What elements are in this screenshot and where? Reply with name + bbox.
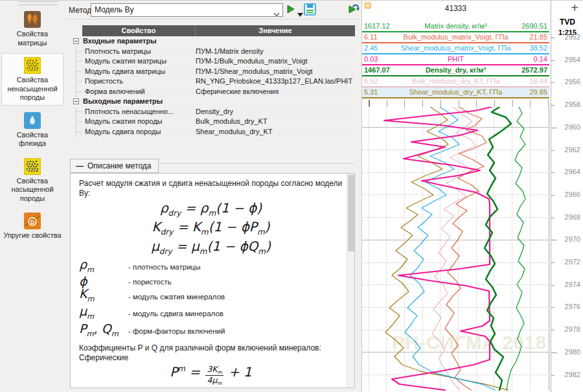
sidebar-item-label: Свойства матрицы — [3, 30, 62, 47]
sidebar-item-matrix-properties[interactable]: Свойства матрицы — [1, 7, 63, 51]
tree-line — [76, 71, 82, 72]
property-value: Сферические включения — [196, 87, 279, 97]
description-scrollbar[interactable] — [347, 174, 354, 387]
apply-to-plot-button[interactable] — [348, 3, 360, 17]
sidebar-item-elastic-properties[interactable]: DУпругие свойства — [1, 209, 63, 244]
definition-text: - форм-факторы включений — [128, 327, 225, 335]
property-name: Плотность ненасыщенно... — [85, 107, 174, 117]
curve-header-row[interactable]: 5.3129.85Shear_modulus_dry_KT, ГПа — [362, 87, 549, 98]
curve-header-row[interactable]: 6.1121.85Bulk_modulus_matrix_Voigt, ГПа — [362, 32, 549, 43]
depth-tick-mark — [551, 195, 554, 196]
saturated-rock-properties-icon — [24, 158, 41, 175]
definition-row: μm- модуль сдвига минералов — [79, 305, 343, 323]
collapse-group-icon[interactable] — [73, 38, 79, 44]
toolbar: Метод Модель By — [65, 1, 360, 19]
depth-tick-mark — [551, 375, 554, 376]
run-options-caret-icon[interactable] — [297, 8, 303, 19]
description-tab[interactable]: —Описание метода — [70, 159, 159, 173]
column-header-value: Значение — [196, 25, 355, 36]
curve-header-row[interactable]: 1467.072572.97Density_dry, кг/м³ — [362, 65, 549, 76]
property-table-body: Входные параметрыПлотность матрицыПУМ-1/… — [71, 36, 355, 137]
property-value: Bulk_modulus_dry_KT — [196, 117, 268, 127]
property-table: Свойство Значение Входные параметрыПлотн… — [71, 25, 355, 137]
table-row[interactable]: Плотность ненасыщенно...Density_dry — [71, 107, 355, 117]
table-row[interactable]: Модуль сдвига матрицыПУМ-1/Shear_modulus… — [71, 67, 355, 77]
depth-tick-mark — [551, 285, 554, 286]
curve-header-row[interactable]: 1617.122690.51Matrix density, кг/м³ — [362, 21, 549, 32]
method-combobox-value: Модель By — [95, 5, 133, 14]
sidebar-item-dry-rock-properties[interactable]: Свойства ненасыщенной породы — [1, 53, 63, 106]
depth-tick-mark — [551, 60, 554, 61]
ruler-tick — [440, 100, 441, 107]
depth-axis-label: TVD — [551, 17, 583, 27]
method-label: Метод — [69, 6, 91, 15]
sidebar-item-fluid-properties[interactable]: Свойства флюида — [1, 108, 63, 152]
table-row[interactable]: Модуль сжатия породыBulk_modulus_dry_KT — [71, 117, 355, 127]
method-formula: ρdry = ρm(1 − ϕ) — [79, 200, 343, 218]
description-content: Расчет модуля сжатия и сдвига ненасыщенн… — [71, 174, 347, 388]
property-table-header: Свойство Значение — [82, 25, 355, 36]
property-name: Модуль сдвига породы — [85, 127, 161, 137]
depth-tick-label: 2982 — [565, 371, 580, 378]
method-combobox[interactable]: Модель By — [91, 3, 283, 17]
curve-name: Matrix density, кг/м³ — [362, 21, 549, 31]
property-group-row[interactable]: Выходные параметры — [71, 97, 355, 107]
definition-text: - модуль сжатия минералов — [128, 293, 225, 301]
definition-text: - плотность матрицы — [128, 263, 200, 271]
property-name: Модуль сжатия породы — [85, 117, 163, 127]
depth-tick-mark — [551, 352, 557, 353]
shape-formula: Pm = 3Km4μm + 1 — [79, 364, 343, 387]
collapse-icon: — — [76, 161, 84, 170]
app-window: Свойства матрицыСвойства ненасыщенной по… — [0, 0, 583, 392]
table-row[interactable]: ПористостьRN_YNG_Priobskoe_41333p127_ELA… — [71, 76, 355, 87]
table-row[interactable]: Модуль сдвига породыShear_modulus_dry_KT — [71, 127, 355, 137]
depth-tick-mark — [551, 240, 557, 240]
ruler-tick — [512, 100, 513, 107]
depth-tick-mark — [551, 128, 557, 128]
sidebar: Свойства матрицыСвойства ненасыщенной по… — [0, 1, 65, 392]
property-group-row[interactable]: Входные параметры — [71, 36, 355, 47]
definition-symbol: ρm — [79, 259, 128, 276]
depth-tick-label: 2966 — [565, 190, 580, 198]
log-track[interactable]: РН-СИГМА 2018 — [362, 107, 549, 391]
depth-tick-mark — [551, 307, 554, 308]
depth-tick-label: 2972 — [565, 258, 580, 266]
scrollbar-thumb[interactable] — [348, 175, 354, 251]
chevron-down-icon[interactable] — [273, 8, 280, 21]
save-button[interactable] — [304, 3, 316, 18]
depth-column: + TVD 1:215 2952295429562958296029622964… — [551, 1, 583, 392]
curve-header-row[interactable]: 0.030.14PHIT — [362, 54, 549, 65]
sidebar-item-label: Свойства насыщенной породы — [3, 177, 62, 203]
method-description-panel: Расчет модуля сжатия и сдвига ненасыщенн… — [70, 173, 355, 388]
matrix-properties-icon — [24, 11, 41, 28]
depth-tick-label: 2962 — [565, 146, 580, 154]
sidebar-item-saturated-rock-properties[interactable]: Свойства насыщенной породы — [1, 154, 63, 207]
table-row[interactable]: Форма включенийСферические включения — [71, 87, 355, 97]
table-row[interactable]: Модуль сжатия матрицыПУМ-1/Bulk_modulus_… — [71, 56, 355, 67]
property-name: Модуль сдвига матрицы — [85, 67, 165, 77]
sidebar-grip[interactable] — [18, 1, 58, 5]
tree-line — [76, 91, 82, 92]
coefficients-text: Коэффициенты P и Q для различной форм вк… — [79, 343, 343, 353]
curve-header-row[interactable]: 6.5218.44Bulk_modulus_dry_KT, ГПа — [362, 76, 549, 87]
property-name: Пористость — [85, 76, 123, 87]
log-curves — [362, 107, 549, 391]
run-method-button[interactable] — [286, 4, 296, 17]
sidebar-item-label: Свойства флюида — [3, 131, 62, 148]
curve-header-row[interactable]: 2.4538.52Shear_modulus_matrix_Voigt, ГПа — [362, 43, 549, 54]
property-value: ПУМ-1/Shear_modulus_matrix_Voigt — [196, 67, 313, 77]
curve-name: Density_dry, кг/м³ — [362, 65, 549, 75]
depth-tick-label: 2976 — [565, 303, 580, 310]
table-row[interactable]: Плотность матрицыПУМ-1/Matrix density — [71, 47, 355, 57]
property-name: Плотность матрицы — [85, 47, 151, 57]
collapse-group-icon[interactable] — [73, 98, 79, 104]
definition-symbol: μm — [79, 305, 128, 323]
shape-label: Сферические — [79, 353, 343, 363]
group-label: Выходные параметры — [83, 97, 163, 107]
depth-tick-label: 2980 — [565, 348, 580, 356]
definition-row: Km- модуль сжатия минералов — [79, 288, 343, 305]
curve-name: Bulk_modulus_matrix_Voigt, ГПа — [362, 32, 549, 42]
add-track-button[interactable]: + — [571, 1, 578, 16]
tree-line — [76, 51, 82, 52]
sidebar-item-label: Упругие свойства — [3, 231, 62, 240]
